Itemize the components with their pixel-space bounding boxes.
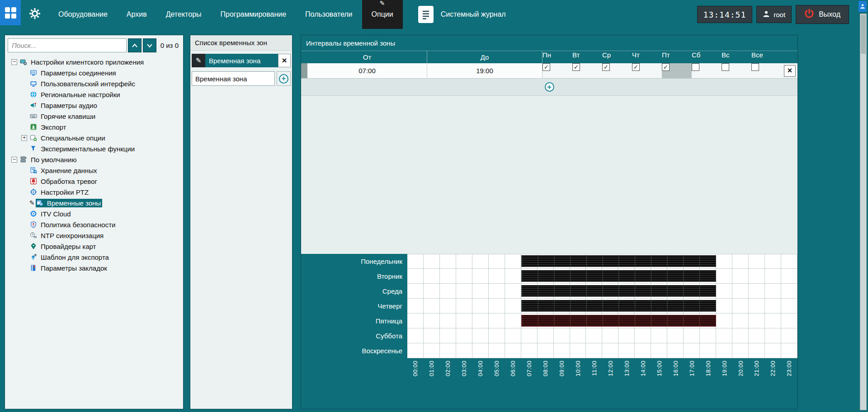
schedule-cell[interactable] <box>765 343 781 358</box>
schedule-cell[interactable] <box>586 343 602 358</box>
schedule-cell[interactable] <box>440 314 456 328</box>
schedule-cell[interactable] <box>456 254 472 269</box>
schedule-cell[interactable] <box>684 328 700 343</box>
schedule-cell[interactable] <box>781 269 797 284</box>
schedule-cell[interactable] <box>440 328 456 343</box>
tree-item[interactable]: Шаблон для экспорта <box>5 252 183 262</box>
schedule-cell[interactable] <box>489 254 505 269</box>
schedule-cell[interactable] <box>781 254 797 269</box>
schedule-cell[interactable] <box>472 254 489 269</box>
schedule-cell[interactable] <box>440 254 456 269</box>
tree-item[interactable]: Обработка тревог <box>5 176 183 187</box>
schedule-cell[interactable] <box>635 343 651 358</box>
vertical-scrollbar[interactable] <box>860 14 867 410</box>
schedule-cell[interactable] <box>765 299 781 314</box>
tree-item[interactable]: Параметры закладок <box>5 262 183 273</box>
exit-button[interactable]: Выход <box>796 5 849 24</box>
schedule-cell[interactable] <box>716 254 732 269</box>
tree-item[interactable]: Провайдеры карт <box>5 241 183 252</box>
schedule-cell[interactable] <box>618 328 635 343</box>
schedule-cell[interactable] <box>472 343 489 358</box>
schedule-cell[interactable] <box>472 314 489 328</box>
tree-item[interactable]: Горячие клавиши <box>5 111 183 122</box>
tree-item[interactable]: NTP синхронизация <box>5 230 183 241</box>
schedule-interval-bar[interactable] <box>521 315 717 327</box>
schedule-cell[interactable] <box>456 299 472 314</box>
schedule-cell[interactable] <box>472 269 489 284</box>
schedule-cell[interactable] <box>732 314 749 328</box>
tree-item[interactable]: Региональные настройки <box>5 89 183 100</box>
tree-item[interactable]: Пользовательский интерфейс <box>5 78 183 89</box>
expand-icon[interactable]: + <box>21 135 27 141</box>
schedule-cell[interactable] <box>424 269 440 284</box>
schedule-cell[interactable] <box>602 328 618 343</box>
schedule-cell[interactable] <box>651 328 667 343</box>
tree-item[interactable]: ✎Временные зоны <box>5 197 183 208</box>
schedule-cell[interactable] <box>424 328 440 343</box>
schedule-cell[interactable] <box>635 328 651 343</box>
schedule-cell[interactable] <box>570 328 586 343</box>
schedule-interval-bar[interactable] <box>521 255 717 267</box>
schedule-cell[interactable] <box>505 254 521 269</box>
edit-zone-button[interactable]: ✎ <box>192 54 205 67</box>
schedule-cell[interactable] <box>538 328 554 343</box>
schedule-interval-bar[interactable] <box>521 270 717 282</box>
schedule-cell[interactable] <box>554 328 570 343</box>
schedule-cell[interactable] <box>407 328 424 343</box>
schedule-cell[interactable] <box>716 284 732 299</box>
schedule-cell[interactable] <box>765 254 781 269</box>
schedule-cell[interactable] <box>716 343 732 358</box>
schedule-cell[interactable] <box>505 269 521 284</box>
schedule-cell[interactable] <box>684 343 700 358</box>
schedule-cell[interactable] <box>505 284 521 299</box>
schedule-cell[interactable] <box>424 284 440 299</box>
checkbox-Все[interactable] <box>751 63 759 71</box>
schedule-cell[interactable] <box>456 343 472 358</box>
schedule-cell[interactable] <box>424 299 440 314</box>
schedule-interval-bar[interactable] <box>521 285 717 297</box>
schedule-cell[interactable] <box>732 328 749 343</box>
schedule-cell[interactable] <box>489 328 505 343</box>
schedule-cell[interactable] <box>489 284 505 299</box>
schedule-cell[interactable] <box>424 343 440 358</box>
tree-item[interactable]: −По умолчанию <box>5 154 183 165</box>
tab-оборудование[interactable]: Оборудование <box>49 0 117 29</box>
schedule-cell[interactable] <box>651 343 667 358</box>
schedule-cell[interactable] <box>505 343 521 358</box>
schedule-cell[interactable] <box>700 328 716 343</box>
schedule-interval-bar[interactable] <box>521 300 717 312</box>
schedule-cell[interactable] <box>538 343 554 358</box>
tab-архив[interactable]: Архив <box>117 0 156 29</box>
schedule-cell[interactable] <box>749 299 765 314</box>
tab-system-journal[interactable]: Системный журнал <box>418 0 506 29</box>
tree-item[interactable]: Параметры аудио <box>5 100 183 111</box>
schedule-cell[interactable] <box>570 343 586 358</box>
tree-item[interactable]: +Специальные опции <box>5 132 183 143</box>
schedule-cell[interactable] <box>407 343 424 358</box>
schedule-cell[interactable] <box>407 284 424 299</box>
schedule-cell[interactable] <box>521 343 538 358</box>
checkbox-Вс[interactable] <box>722 63 729 71</box>
schedule-cell[interactable] <box>521 328 538 343</box>
schedule-cell[interactable] <box>424 254 440 269</box>
schedule-cell[interactable] <box>716 269 732 284</box>
schedule-cell[interactable] <box>505 314 521 328</box>
schedule-cell[interactable] <box>749 284 765 299</box>
schedule-cell[interactable] <box>732 284 749 299</box>
checkbox-Пт[interactable]: ✓ <box>662 63 670 71</box>
tree-item[interactable]: Хранение данных <box>5 165 183 176</box>
schedule-cell[interactable] <box>472 328 489 343</box>
add-interval-button[interactable]: + <box>301 79 797 96</box>
schedule-cell[interactable] <box>732 254 749 269</box>
schedule-cell[interactable] <box>716 299 732 314</box>
schedule-cell[interactable] <box>407 254 424 269</box>
delete-zone-button[interactable]: × <box>278 54 291 67</box>
schedule-cell[interactable] <box>618 343 635 358</box>
zone-name-input[interactable] <box>192 71 275 86</box>
search-input[interactable] <box>8 38 127 52</box>
schedule-cell[interactable] <box>765 314 781 328</box>
schedule-cell[interactable] <box>489 299 505 314</box>
schedule-cell[interactable] <box>456 328 472 343</box>
schedule-cell[interactable] <box>586 328 602 343</box>
schedule-cell[interactable] <box>554 343 570 358</box>
